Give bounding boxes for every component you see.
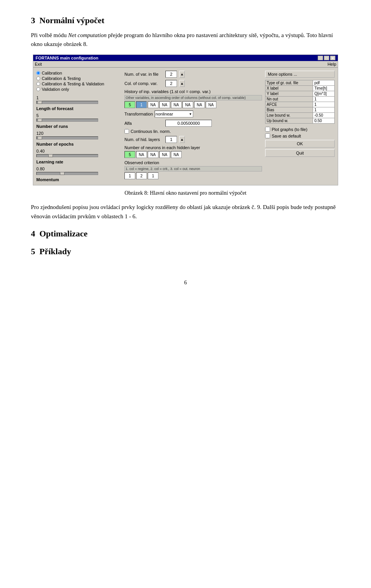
history-cell-3: NA — [159, 101, 170, 108]
observed-label: Observed criterion — [124, 160, 262, 165]
col-comp-up-btn[interactable]: ▲ — [179, 80, 185, 87]
page-number-text: 6 — [184, 280, 187, 286]
options-val-2: Q[m^3] — [313, 91, 335, 97]
options-key-3: Nn out — [265, 97, 313, 102]
neurons-cell-0: 5 — [124, 151, 135, 158]
screenshot-window: FORTANNS main configuration _ □ ✕ Exit H… — [33, 54, 338, 185]
options-row-7: Up bound w. 0.50 — [265, 118, 335, 124]
num-hid-input[interactable] — [165, 136, 177, 143]
caption-text: Obrázek 8: Hlavní okno nastavení pro nor… — [124, 190, 246, 196]
panel-left: Calibration Calibration & Testing Calibr… — [36, 71, 121, 182]
sliders-panel: 1 Length of forecast 5 Number of runs 12… — [36, 95, 121, 182]
slider3-thumb[interactable] — [37, 136, 42, 139]
section-title-text: Normální výpočet — [39, 15, 104, 25]
neurons-cell-4: NA — [171, 151, 182, 158]
body-paragraph: Pro zjednodušení popisu jsou ovládací pr… — [31, 202, 340, 221]
titlebar-buttons: _ □ ✕ — [318, 56, 335, 60]
radio-calib-testing-input[interactable] — [36, 76, 40, 80]
slider4-thumb[interactable] — [48, 154, 53, 157]
menu-help[interactable]: Help — [327, 62, 336, 66]
radio-calib-testing-val-label: Calibration & Testing & Validation — [42, 82, 104, 86]
slider1-thumb[interactable] — [37, 101, 42, 104]
body-text: Pro zjednodušení popisu jsou ovládací pr… — [31, 204, 336, 219]
slider4-label: Learning rate — [36, 160, 121, 164]
slider2-thumb[interactable] — [37, 119, 42, 122]
save-label: Save as default — [272, 134, 301, 138]
history-cell-4: NA — [171, 101, 182, 108]
section5-title: Příklady — [39, 246, 71, 256]
action-buttons-area: Plot graphs (to file) Save as default OK… — [265, 127, 335, 158]
plot-checkbox[interactable] — [265, 127, 270, 132]
options-row-4: AFCE 1 — [265, 102, 335, 107]
mode-radio-group: Calibration Calibration & Testing Calibr… — [36, 71, 121, 92]
transformation-value: nonlinear — [156, 112, 173, 116]
transformation-row: Transformation nonlinear ▼ — [124, 110, 262, 117]
options-key-2: Y label — [265, 91, 313, 97]
col-comp-input[interactable] — [165, 80, 177, 87]
section4-title: Optimalizace — [39, 229, 88, 238]
slider5-bar[interactable] — [36, 172, 98, 175]
history-label: History of inp. variables (1.st col = co… — [124, 89, 262, 94]
history-cell-6: NA — [194, 101, 205, 108]
history-cell-7: NA — [206, 101, 216, 108]
options-row-1: X label Time[h] — [265, 86, 335, 91]
num-var-up-btn[interactable]: ▲ — [179, 71, 185, 78]
options-key-1: X label — [265, 86, 313, 91]
menu-bar: Exit Help — [33, 61, 338, 68]
options-key-0: Type of gr. out. file — [265, 80, 313, 86]
options-key-6: Low bound w. — [265, 113, 313, 118]
radio-validation-input[interactable] — [36, 87, 40, 91]
radio-calib-testing-val-input[interactable] — [36, 82, 40, 86]
slider1-value: 1 — [36, 95, 121, 100]
radio-validation: Validation only — [36, 87, 121, 92]
minimize-button[interactable]: _ — [318, 56, 323, 60]
slider5-value: 0.80 — [36, 167, 121, 171]
transformation-label: Transformation — [124, 112, 153, 116]
num-hid-up-btn[interactable]: ▲ — [179, 136, 185, 143]
slider5-thumb[interactable] — [60, 172, 65, 175]
ok-button[interactable]: OK — [265, 140, 335, 148]
options-key-7: Up bound w. — [265, 118, 313, 124]
slider4-value: 0.40 — [36, 149, 121, 153]
alfa-row: Alfa — [124, 120, 262, 127]
figure-caption: Obrázek 8: Hlavní okno nastavení pro nor… — [31, 190, 340, 196]
continuous-checkbox[interactable] — [124, 129, 129, 134]
slider4-bar[interactable] — [36, 154, 98, 157]
options-key-4: AFCE — [265, 102, 313, 107]
maximize-button[interactable]: □ — [324, 56, 329, 60]
continuous-row: Continuous lin. norm. — [124, 129, 262, 134]
history-cell-5: NA — [182, 101, 193, 108]
save-checkbox[interactable] — [265, 133, 270, 138]
radio-calib-testing-label: Calibration & Testing — [42, 76, 81, 81]
slider1-label: Length of forecast — [36, 106, 121, 111]
options-val-1: Time[h] — [313, 86, 335, 91]
num-var-input[interactable] — [165, 71, 177, 78]
options-key-5: Bias — [265, 107, 313, 113]
section4-number: 4 — [31, 229, 35, 238]
radio-calibration: Calibration — [36, 71, 121, 75]
quit-button[interactable]: Quit — [265, 149, 335, 157]
more-options-button[interactable]: More options ... — [265, 71, 335, 78]
menu-exit[interactable]: Exit — [35, 62, 42, 66]
history-cell-1: 1 — [136, 101, 147, 108]
radio-calibration-input[interactable] — [36, 71, 40, 75]
observed-subnote: 1. col = regime, 2. col = crit., 3. col … — [124, 166, 262, 172]
plot-row: Plot graphs (to file) — [265, 127, 335, 132]
history-cell-2: NA — [148, 101, 158, 108]
intro-paragraph: Při volbě módu Net computation přejde pr… — [31, 31, 340, 48]
num-var-row: Num. of var. in file ▲ — [124, 71, 262, 78]
slider2-bar[interactable] — [36, 119, 98, 122]
options-val-4: 1 — [313, 102, 335, 107]
window-title: FORTANNS main configuration — [36, 56, 98, 60]
num-hid-label: Num. of hid. layers — [124, 137, 163, 142]
radio-validation-label: Validation only — [42, 87, 69, 92]
slider1-bar[interactable] — [36, 101, 98, 104]
transformation-dropdown[interactable]: nonlinear ▼ — [155, 110, 193, 117]
alfa-input[interactable] — [165, 120, 212, 127]
close-button[interactable]: ✕ — [330, 56, 335, 60]
section5-heading: 5 Příklady — [31, 246, 340, 257]
plot-label: Plot graphs (to file) — [272, 127, 307, 132]
slider3-bar[interactable] — [36, 136, 98, 139]
col-comp-row: Col. of comp. var. ▲ — [124, 80, 262, 87]
slider3-label: Number of epochs — [36, 142, 121, 146]
